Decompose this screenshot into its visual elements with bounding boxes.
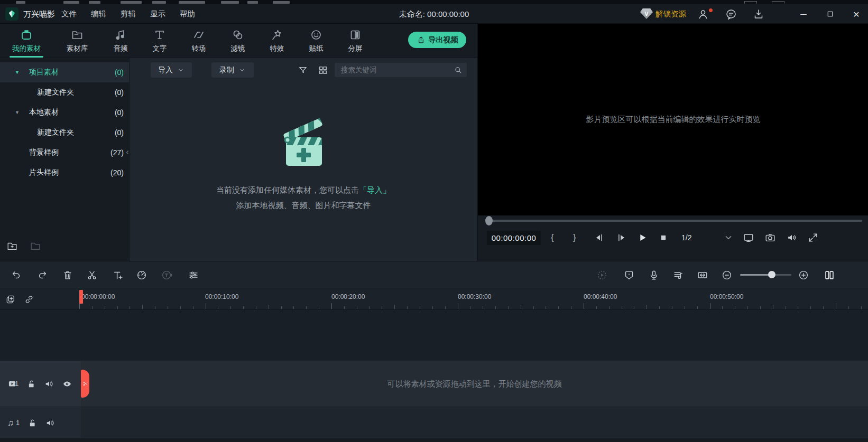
speaker-icon[interactable] <box>786 232 798 243</box>
maximize-button[interactable] <box>822 4 838 24</box>
zoom-to-fit-icon[interactable] <box>697 269 708 281</box>
zoom-in-icon[interactable] <box>798 269 809 281</box>
lock-track-icon[interactable] <box>26 379 36 389</box>
preview-timecode: 00:00:00:00 <box>487 231 541 245</box>
menu-edit[interactable]: 编辑 <box>91 9 106 19</box>
zoom-out-icon[interactable] <box>721 269 733 281</box>
video-preview-area: 影片预览区可以根据当前编辑的效果进行实时预览 <box>478 24 868 215</box>
stop-button[interactable] <box>658 232 669 243</box>
timeline-zoom-slider[interactable] <box>740 274 791 276</box>
expand-triangle-icon[interactable]: ▼ <box>15 70 20 75</box>
seekbar-handle[interactable] <box>485 216 493 225</box>
search-box[interactable] <box>335 63 467 77</box>
snapshot-camera-icon[interactable] <box>764 232 776 243</box>
record-button[interactable]: 录制 <box>211 62 254 78</box>
feedback-chat-icon[interactable] <box>725 8 737 21</box>
display-device-icon[interactable] <box>743 232 754 243</box>
tab-stock-library[interactable]: 素材库 <box>63 24 91 58</box>
tab-effects[interactable]: 特效 <box>267 24 287 58</box>
tab-audio[interactable]: 音频 <box>111 24 130 58</box>
item-count: (20) <box>110 168 124 177</box>
text-to-speech-icon[interactable] <box>161 269 173 281</box>
previous-frame-button[interactable] <box>594 232 605 243</box>
audio-mixer-icon[interactable] <box>672 269 684 281</box>
speed-gauge-icon[interactable] <box>136 269 147 281</box>
filter-circles-icon <box>232 29 244 41</box>
mark-in-button[interactable]: { <box>551 232 554 243</box>
minimize-button[interactable]: ─ <box>796 4 811 24</box>
search-input[interactable] <box>341 66 454 74</box>
video-track-lane[interactable] <box>81 361 868 407</box>
sidebar-item-intro-samples[interactable]: 片头样例(20) <box>0 163 129 183</box>
tab-my-media[interactable]: 我的素材 <box>10 24 43 58</box>
export-icon <box>417 35 426 44</box>
preview-quality-value[interactable]: 1/2 <box>681 232 691 243</box>
unlock-resources-button[interactable]: 解锁资源 <box>655 4 686 24</box>
tab-split-screen[interactable]: 分屏 <box>346 24 365 58</box>
split-scissors-icon[interactable] <box>86 269 98 281</box>
add-text-icon[interactable] <box>112 269 124 281</box>
undo-icon[interactable] <box>11 269 22 281</box>
adjust-sliders-icon[interactable] <box>188 269 199 281</box>
sidebar-item-new-folder-2[interactable]: 新建文件夹(0) <box>0 123 129 143</box>
tab-text[interactable]: 文字 <box>150 24 169 58</box>
import-button[interactable]: 导入 <box>151 62 192 78</box>
tab-stickers[interactable]: 贴纸 <box>307 24 326 58</box>
titlebar: 万兴喵影 文件 编辑 剪辑 显示 帮助 未命名: 00:00:00:00 V 解… <box>0 4 868 24</box>
fullscreen-expand-icon[interactable] <box>807 232 819 243</box>
voiceover-mic-icon[interactable] <box>648 269 660 281</box>
chevron-down-icon <box>177 67 184 74</box>
menu-file[interactable]: 文件 <box>61 9 77 19</box>
menu-view[interactable]: 显示 <box>150 9 165 19</box>
hide-track-eye-icon[interactable] <box>62 379 72 389</box>
sidebar-item-new-folder-1[interactable]: 新建文件夹(0) <box>0 82 129 102</box>
playhead-marker[interactable] <box>79 290 83 304</box>
clapperboard-illustration <box>274 111 333 174</box>
timeline-ruler[interactable]: 00:00:00:00 00:00:10:00 00:00:20:00 00:0… <box>78 288 868 311</box>
video-track-header: 1 <box>0 361 81 407</box>
audio-track: ♫ 1 <box>0 407 868 438</box>
marker-icon[interactable] <box>623 269 635 281</box>
link-clips-icon[interactable] <box>24 294 34 305</box>
play-button[interactable] <box>636 232 648 243</box>
vip-badge-icon[interactable]: V <box>640 8 653 19</box>
mute-track-icon[interactable] <box>45 418 56 428</box>
sidebar-item-background-samples[interactable]: 背景样例(27) <box>0 143 129 163</box>
next-frame-button[interactable] <box>615 232 627 243</box>
grid-view-icon[interactable] <box>318 65 328 76</box>
tab-filters[interactable]: 滤镜 <box>228 24 247 58</box>
close-button[interactable]: × <box>848 4 864 24</box>
delete-folder-button[interactable] <box>30 240 41 252</box>
import-link[interactable]: 「导入」 <box>359 185 391 194</box>
ruler-label: 00:00:10:00 <box>205 293 238 300</box>
delete-trash-icon[interactable] <box>62 269 73 281</box>
ruler-label: 00:00:50:00 <box>710 293 743 300</box>
zoom-slider-handle[interactable] <box>768 271 775 278</box>
search-icon[interactable] <box>454 65 463 74</box>
redo-icon[interactable] <box>36 269 48 281</box>
lock-track-icon[interactable] <box>27 418 38 428</box>
notification-dot <box>709 8 713 12</box>
export-video-button[interactable]: 导出视频 <box>408 32 466 48</box>
dual-pane-toggle-icon[interactable] <box>824 269 835 281</box>
preview-seekbar[interactable] <box>487 220 862 222</box>
quality-dropdown-caret-icon[interactable] <box>723 232 734 243</box>
playhead-split-handle[interactable] <box>81 370 89 398</box>
menu-help[interactable]: 帮助 <box>180 9 195 19</box>
split-scissors-icon <box>82 381 88 387</box>
audio-track-lane[interactable] <box>81 407 868 438</box>
new-folder-button[interactable] <box>6 240 18 252</box>
filter-funnel-icon[interactable] <box>298 65 308 76</box>
render-preview-icon[interactable] <box>596 269 608 281</box>
tab-transitions[interactable]: 转场 <box>189 24 208 58</box>
expand-triangle-icon[interactable]: ▼ <box>15 110 20 115</box>
account-icon[interactable] <box>697 8 709 21</box>
duplicate-icon[interactable] <box>5 294 16 305</box>
mark-out-button[interactable]: } <box>573 232 576 243</box>
media-bag-icon <box>20 29 33 41</box>
sidebar-item-local-media[interactable]: ▼本地素材(0) <box>0 102 129 123</box>
download-icon[interactable] <box>752 8 765 21</box>
menu-clip[interactable]: 剪辑 <box>121 9 136 19</box>
sidebar-item-project-media[interactable]: ▼项目素材(0) <box>0 62 129 82</box>
mute-track-icon[interactable] <box>44 379 54 389</box>
